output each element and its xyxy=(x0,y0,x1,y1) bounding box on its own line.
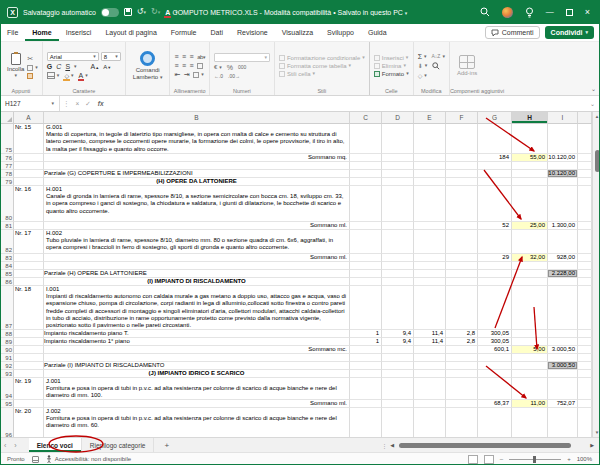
paste-button[interactable]: Incolla▾ xyxy=(4,45,27,86)
cell-styles-button[interactable]: Stili cella▾ xyxy=(279,71,365,77)
decrease-indent-icon[interactable]: ⇤ xyxy=(174,71,179,78)
cut-icon[interactable]: ✂ xyxy=(27,55,38,63)
cell-E76[interactable] xyxy=(414,154,446,162)
hscroll-left-icon[interactable]: ◀ xyxy=(390,442,394,448)
sheet-options-dots-icon[interactable]: ⋮ xyxy=(381,442,387,449)
cell-F90[interactable] xyxy=(446,346,478,354)
currency-icon[interactable]: €▾ xyxy=(214,64,222,70)
cell-C77[interactable] xyxy=(350,162,382,170)
row-header-79[interactable]: 79 xyxy=(0,178,14,186)
row-header-93[interactable]: 93 xyxy=(0,370,14,378)
zoom-slider-thumb[interactable] xyxy=(533,456,536,463)
column-header-E[interactable]: E xyxy=(414,112,446,124)
cell-B89[interactable]: Impianto riscaldamento 1° piano xyxy=(44,338,350,346)
underline-quick-icon[interactable]: A xyxy=(165,9,170,16)
undo-icon[interactable]: ↺▾ xyxy=(137,8,146,16)
align-center-icon[interactable]: ≡ xyxy=(182,62,186,69)
cell-B75[interactable]: G.001 Manto di copertura, in tegole di l… xyxy=(44,124,350,154)
zoom-slider[interactable] xyxy=(509,456,561,463)
cell-I91[interactable] xyxy=(548,354,578,362)
column-header-I[interactable]: I xyxy=(548,112,578,124)
cell-A79[interactable] xyxy=(14,178,44,186)
cell-I87[interactable] xyxy=(548,286,578,330)
name-box[interactable]: H127▾ xyxy=(0,96,60,111)
addins-button[interactable]: Add-ins xyxy=(454,55,480,76)
cell-E92[interactable] xyxy=(414,362,446,370)
column-header-D[interactable]: D xyxy=(382,112,414,124)
cell-I90[interactable]: 3.000,50 xyxy=(548,346,578,354)
cell-D85[interactable] xyxy=(382,270,414,278)
cell-filler92[interactable] xyxy=(578,362,592,370)
cell-E83[interactable] xyxy=(414,254,446,262)
cell-filler96[interactable] xyxy=(578,408,592,437)
fill-icon[interactable]: ⬇▾ xyxy=(418,62,428,69)
scroll-up-icon[interactable]: ▲ xyxy=(593,114,600,119)
cell-E78[interactable] xyxy=(414,170,446,178)
cell-A88[interactable] xyxy=(14,330,44,338)
cell-filler77[interactable] xyxy=(578,162,592,170)
cell-I84[interactable] xyxy=(548,262,578,270)
add-sheet-button[interactable]: + xyxy=(154,438,179,452)
cell-G83[interactable]: 29 xyxy=(478,254,512,262)
cell-I81[interactable]: 1.300,00 xyxy=(548,222,578,230)
merge-center-icon[interactable]: ▾ xyxy=(193,72,204,78)
cell-filler78[interactable] xyxy=(578,170,592,178)
cell-C75[interactable] xyxy=(350,124,382,154)
tab-dati[interactable]: Dati xyxy=(204,24,230,41)
tab-revisione[interactable]: Revisione xyxy=(230,24,275,41)
cell-E77[interactable] xyxy=(414,162,446,170)
cell-C86[interactable] xyxy=(350,278,382,286)
cell-A94[interactable]: Nr. 19 xyxy=(14,378,44,400)
lightbulb-icon[interactable] xyxy=(525,7,534,18)
cell-D82[interactable] xyxy=(382,230,414,254)
select-all-corner[interactable] xyxy=(0,112,14,124)
cell-B76[interactable]: Sommano mq. xyxy=(44,154,350,162)
align-bottom-icon[interactable]: ≡ xyxy=(190,53,194,60)
cell-C80[interactable] xyxy=(350,186,382,222)
cell-D76[interactable] xyxy=(382,154,414,162)
column-header-A[interactable]: A xyxy=(14,112,44,124)
cell-B86[interactable]: (I) IMPIANTO DI RISCALDAMENTO xyxy=(44,278,350,286)
cell-C87[interactable] xyxy=(350,286,382,330)
cell-H93[interactable] xyxy=(512,370,548,378)
cell-filler94[interactable] xyxy=(578,378,592,400)
cell-I80[interactable] xyxy=(548,186,578,222)
row-header-83[interactable]: 83 xyxy=(0,254,14,262)
zoom-out-icon[interactable]: – xyxy=(500,456,503,462)
cell-A91[interactable] xyxy=(14,354,44,362)
increase-decimal-icon[interactable]: ←.0 xyxy=(214,73,223,79)
cell-D93[interactable] xyxy=(382,370,414,378)
cell-F89[interactable]: 2,8 xyxy=(446,338,478,346)
cell-E95[interactable] xyxy=(414,400,446,408)
cell-filler76[interactable] xyxy=(578,154,592,162)
vertical-scroll-thumb[interactable] xyxy=(595,150,600,172)
row-header-92[interactable]: 92 xyxy=(0,362,14,370)
cell-B85[interactable]: Parziale (H) OPERE DA LATTONIERE xyxy=(44,270,350,278)
cell-filler91[interactable] xyxy=(578,354,592,362)
cell-D95[interactable] xyxy=(382,400,414,408)
cell-D94[interactable] xyxy=(382,378,414,400)
cell-I96[interactable] xyxy=(548,408,578,437)
borders-icon[interactable]: ▾ xyxy=(47,72,60,79)
cell-A84[interactable] xyxy=(14,262,44,270)
sheet-tab-riepilogo-categorie[interactable]: Riepilogo categorie xyxy=(82,438,155,452)
cell-I79[interactable] xyxy=(548,178,578,186)
cell-F91[interactable] xyxy=(446,354,478,362)
tab-guida[interactable]: Guida xyxy=(361,24,394,41)
cell-D79[interactable] xyxy=(382,178,414,186)
cell-filler79[interactable] xyxy=(578,178,592,186)
cell-H86[interactable] xyxy=(512,278,548,286)
cell-D87[interactable] xyxy=(382,286,414,330)
copy-icon[interactable]: ▾ xyxy=(27,65,38,71)
cell-D81[interactable] xyxy=(382,222,414,230)
cell-I86[interactable] xyxy=(548,278,578,286)
format-cells-button[interactable]: Formato▾ xyxy=(374,71,409,77)
cell-C84[interactable] xyxy=(350,262,382,270)
cell-C96[interactable] xyxy=(350,408,382,437)
cell-D77[interactable] xyxy=(382,162,414,170)
cancel-entry-icon[interactable]: × xyxy=(73,100,83,107)
font-size-select[interactable]: 8▾ xyxy=(101,52,121,61)
tab-home[interactable]: Home xyxy=(25,24,58,41)
quick-access-chevron-icon[interactable]: ▾ xyxy=(175,10,178,15)
bold-button[interactable]: G xyxy=(47,63,52,70)
